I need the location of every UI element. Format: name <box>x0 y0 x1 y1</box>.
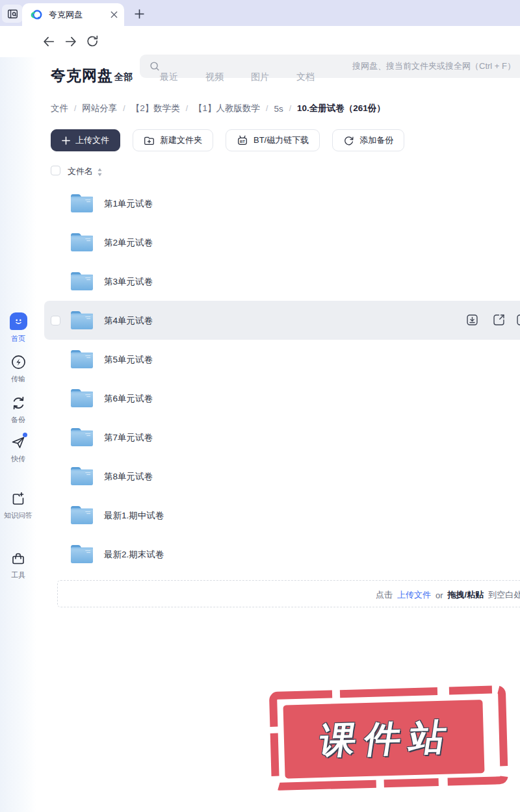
open-external-icon[interactable] <box>492 313 506 329</box>
tab-recent[interactable]: 最近 <box>160 71 178 83</box>
breadcrumb-current: 10.全册试卷（261份） <box>297 103 385 114</box>
new-folder-icon <box>144 135 155 146</box>
watermark-stamp: 课件站 <box>266 683 515 796</box>
action-bar: 上传文件 新建文件夹 BT BT/磁力链下载 <box>51 129 404 151</box>
new-folder-button[interactable]: 新建文件夹 <box>133 129 213 151</box>
folder-icon <box>69 192 94 214</box>
add-backup-label: 添加备份 <box>359 134 393 146</box>
bt-magnet-download-button[interactable]: BT BT/磁力链下载 <box>226 129 320 151</box>
breadcrumb-item[interactable]: 网站分享 <box>82 103 117 114</box>
quark-logo-icon <box>30 8 43 21</box>
add-backup-icon <box>343 135 354 146</box>
row-checkbox[interactable] <box>51 316 60 325</box>
browser-tab-bar: 夸克网盘 <box>0 0 520 26</box>
file-name: 最新1.期中试卷 <box>104 510 164 522</box>
search-icon <box>149 60 161 72</box>
file-row[interactable]: 第5单元试卷 <box>0 340 520 379</box>
file-row[interactable]: 第3单元试卷 <box>0 262 520 301</box>
file-list: 第1单元试卷 第2单元试卷 第3单元试卷 第4单元试卷 <box>0 184 520 574</box>
file-row[interactable]: 第2单元试卷 <box>0 223 520 262</box>
plus-icon <box>62 136 70 145</box>
upload-file-label: 上传文件 <box>75 134 109 146</box>
back-icon[interactable] <box>42 34 56 51</box>
file-name: 第1单元试卷 <box>104 198 153 210</box>
breadcrumb-separator: / <box>266 104 268 113</box>
file-row[interactable]: 第8单元试卷 <box>0 457 520 496</box>
tab-all[interactable]: 全部 <box>114 71 133 83</box>
browser-tab[interactable]: 夸克网盘 <box>22 3 124 26</box>
add-backup-button[interactable]: 添加备份 <box>332 129 404 151</box>
app-logo: 夸克网盘 <box>51 66 113 86</box>
folder-icon <box>69 270 94 292</box>
folder-icon <box>69 542 94 565</box>
file-row[interactable]: 最新2.期末试卷 <box>0 535 520 574</box>
breadcrumb-item[interactable]: 【1】人教版数学 <box>194 103 260 114</box>
file-row[interactable]: 最新1.期中试卷 <box>0 496 520 535</box>
folder-icon <box>69 464 94 487</box>
watermark-text: 课件站 <box>279 700 489 779</box>
new-folder-label: 新建文件夹 <box>160 134 202 146</box>
tab-document[interactable]: 文档 <box>296 71 315 83</box>
filename-column-header[interactable]: 文件名 <box>68 166 93 177</box>
file-name: 第2单元试卷 <box>104 237 153 249</box>
folder-icon <box>69 348 94 370</box>
upload-hint: 点击 上传文件 or 拖拽/粘贴 到空白处上传 <box>376 589 520 601</box>
tab-image[interactable]: 图片 <box>251 71 269 83</box>
breadcrumb-separator: / <box>186 104 188 113</box>
forward-icon[interactable] <box>64 34 78 51</box>
file-row[interactable]: 第6单元试卷 <box>0 379 520 418</box>
tab-search-icon[interactable] <box>2 5 23 23</box>
action-icon-partial[interactable] <box>515 313 520 329</box>
file-list-header: 文件名 <box>0 162 520 181</box>
folder-icon <box>69 387 94 409</box>
breadcrumb-separator: / <box>74 104 76 113</box>
upload-file-link[interactable]: 上传文件 <box>397 589 431 601</box>
browser-toolbar: 搜网盘、搜当前文件夹或搜全网（Ctrl + F） <box>0 26 520 57</box>
upload-file-button[interactable]: 上传文件 <box>51 129 120 151</box>
upload-hint-text: or <box>436 590 443 600</box>
breadcrumb-separator: / <box>123 104 125 113</box>
folder-icon <box>69 503 94 526</box>
upload-hint-text: 到空白处上传 <box>488 589 520 601</box>
breadcrumb-item[interactable]: 【2】数学类 <box>131 103 180 114</box>
folder-icon <box>69 231 94 253</box>
tab-title: 夸克网盘 <box>49 9 108 21</box>
file-name: 第3单元试卷 <box>104 276 153 288</box>
bt-magnet-label: BT/磁力链下载 <box>254 134 309 146</box>
breadcrumb-item[interactable]: 5s <box>274 104 283 114</box>
file-name: 第6单元试卷 <box>104 393 153 405</box>
file-name: 第7单元试卷 <box>104 432 153 444</box>
file-name: 第8单元试卷 <box>104 471 153 483</box>
file-name: 第4单元试卷 <box>104 315 153 327</box>
upload-hint-drag: 拖拽/粘贴 <box>448 589 484 601</box>
select-all-checkbox[interactable] <box>51 166 60 175</box>
refresh-icon[interactable] <box>86 34 99 51</box>
new-tab-icon[interactable] <box>132 6 146 21</box>
file-row-hovered[interactable]: 第4单元试卷 <box>0 301 520 340</box>
breadcrumb-separator: / <box>289 104 291 113</box>
sort-icon[interactable] <box>97 168 103 179</box>
bt-magnet-icon: BT <box>237 134 248 146</box>
file-name: 最新2.期末试卷 <box>104 549 164 561</box>
svg-text:BT: BT <box>240 140 245 144</box>
folder-icon <box>69 425 94 448</box>
file-row[interactable]: 第7单元试卷 <box>0 418 520 457</box>
download-icon[interactable] <box>465 313 479 329</box>
view-tabs: 全部 最近 视频 图片 文档 <box>114 71 315 83</box>
browser-window: 夸克网盘 <box>0 0 520 812</box>
tab-video[interactable]: 视频 <box>205 71 224 83</box>
close-tab-icon[interactable] <box>110 11 118 18</box>
search-placeholder: 搜网盘、搜当前文件夹或搜全网（Ctrl + F） <box>161 60 515 72</box>
breadcrumb: 文件 / 网站分享 / 【2】数学类 / 【1】人教版数学 / 5s / 10.… <box>51 103 385 114</box>
breadcrumb-item[interactable]: 文件 <box>51 103 68 114</box>
folder-icon <box>69 309 94 331</box>
file-name: 第5单元试卷 <box>104 354 153 366</box>
upload-hint-text: 点击 <box>376 589 393 601</box>
file-row[interactable]: 第1单元试卷 <box>0 184 520 223</box>
